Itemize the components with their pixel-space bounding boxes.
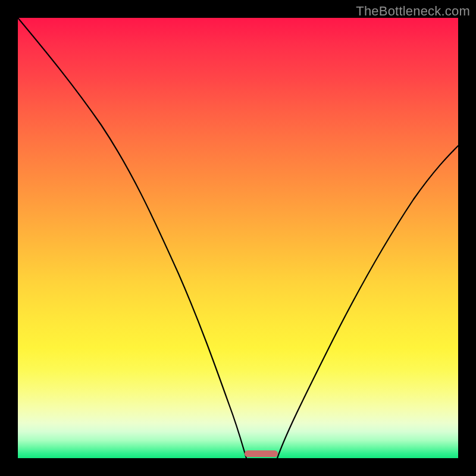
bottleneck-curve — [18, 18, 458, 458]
curve-left-branch — [18, 18, 246, 458]
plot-area — [18, 18, 458, 458]
optimum-marker — [245, 450, 278, 457]
chart-frame: TheBottleneck.com — [0, 0, 476, 476]
curve-right-branch — [277, 146, 458, 458]
watermark-text: TheBottleneck.com — [356, 4, 470, 19]
